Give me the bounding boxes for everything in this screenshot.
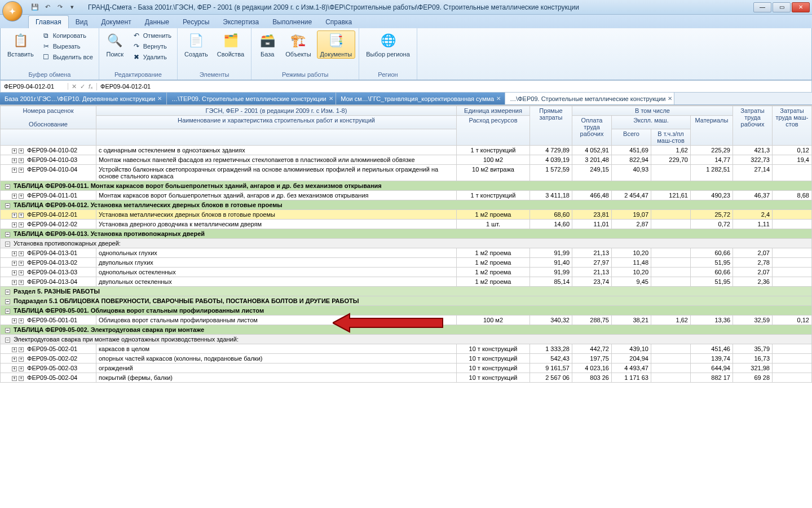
ribbon-tab-1[interactable]: Вид xyxy=(69,16,95,28)
table-row[interactable]: ++ ФЕР09-04-013-01однопольных глухих1 м2… xyxy=(1,248,812,258)
formula-fx-icon[interactable]: fₓ xyxy=(89,83,93,90)
properties-button[interactable]: 🗂️ Свойства xyxy=(214,30,248,59)
doc-tab-2[interactable]: Мои см…\ГГС_транвляция_корректированная … xyxy=(336,93,505,104)
table-row[interactable]: ++ ФЕР09-04-010-04Устройство балконных с… xyxy=(1,165,812,181)
maximize-button[interactable]: ▭ xyxy=(773,2,791,12)
table-row[interactable]: ++ ФЕР09-05-002-01каркасов в целом10 т к… xyxy=(1,344,812,354)
expand-icon[interactable]: + xyxy=(12,213,17,218)
collapse-icon[interactable]: − xyxy=(5,242,10,247)
table-row[interactable]: ++ ФЕР09-04-013-03однопольных остекленны… xyxy=(1,268,812,277)
create-button[interactable]: 📄 Создать xyxy=(181,30,211,59)
search-button[interactable]: 🔍 Поиск xyxy=(103,30,127,59)
delete-button[interactable]: ✖Удалить xyxy=(130,52,174,62)
col-labor-machines[interactable]: Затраты труда маш-стов xyxy=(773,106,812,146)
table-row[interactable]: ++ ФЕР09-04-012-01Установка металлически… xyxy=(1,210,812,220)
expand-icon[interactable]: + xyxy=(12,251,17,256)
close-button[interactable]: ✕ xyxy=(792,2,810,12)
expand-icon[interactable]: + xyxy=(12,318,17,323)
col-total[interactable]: Всего xyxy=(612,129,651,146)
table-row[interactable]: − ТАБЛИЦА ФЕР09-04-013. Установка против… xyxy=(1,229,812,239)
col-materials[interactable]: Материалы xyxy=(691,116,733,146)
table-row[interactable]: − ТАБЛИЦА ФЕР09-04-012. Установка металл… xyxy=(1,200,812,210)
expand-icon[interactable]: + xyxy=(19,168,24,173)
expand-icon[interactable]: + xyxy=(19,148,24,154)
table-row[interactable]: − Раздел 5. РАЗНЫЕ РАБОТЫ xyxy=(1,287,812,296)
col-consumption[interactable]: Расход ресурсов xyxy=(457,116,530,146)
doc-tab-close-1[interactable]: ✕ xyxy=(329,95,333,102)
table-row[interactable]: − ТАБЛИЦА ФЕР09-05-002. Электродуговая с… xyxy=(1,325,812,335)
undo-button[interactable]: ↶Отменить xyxy=(130,30,174,41)
expand-icon[interactable]: + xyxy=(19,357,24,362)
expand-icon[interactable]: + xyxy=(12,357,17,362)
collapse-icon[interactable]: − xyxy=(5,184,10,189)
expand-icon[interactable]: + xyxy=(19,194,24,199)
col-expl[interactable]: Экспл. маш. xyxy=(612,116,691,129)
col-name[interactable]: Наименование и характеристика строительн… xyxy=(96,116,457,129)
ribbon-tab-4[interactable]: Ресурсы xyxy=(176,16,216,28)
col-direct[interactable]: Прямые затраты xyxy=(530,106,572,146)
table-row[interactable]: − ТАБЛИЦА ФЕР09-05-001. Облицовка ворот … xyxy=(1,306,812,316)
expand-icon[interactable]: + xyxy=(19,366,24,371)
doc-tab-1[interactable]: …\ТЕР09. Строительные металлические конс… xyxy=(167,93,336,104)
expand-icon[interactable]: + xyxy=(12,280,17,285)
collapse-icon[interactable]: − xyxy=(5,338,10,343)
expand-icon[interactable]: + xyxy=(12,158,17,163)
table-row[interactable]: ++ ФЕР09-05-002-02опорных частей каркасо… xyxy=(1,354,812,364)
expand-icon[interactable]: + xyxy=(19,270,24,275)
qat-dropdown-icon[interactable]: ▾ xyxy=(68,3,77,12)
collapse-icon[interactable]: − xyxy=(5,232,10,237)
table-row[interactable]: − Электродуговая сварка при монтаже одно… xyxy=(1,335,812,344)
region-button[interactable]: 🌐 Выбор региона xyxy=(363,30,413,59)
expand-icon[interactable]: + xyxy=(19,251,24,256)
documents-mode-button[interactable]: 📑 Документы xyxy=(317,30,356,59)
expand-icon[interactable]: + xyxy=(19,376,24,381)
expand-icon[interactable]: + xyxy=(19,280,24,285)
expand-icon[interactable]: + xyxy=(12,194,17,199)
ribbon-tab-5[interactable]: Экспертиза xyxy=(216,16,266,28)
qat-redo-icon[interactable]: ↷ xyxy=(55,3,64,12)
base-mode-button[interactable]: 🗃️ База xyxy=(255,30,280,59)
select-all-button[interactable]: ☐Выделить все xyxy=(39,52,95,62)
col-nametop[interactable]: ГЭСН, ФЕР - 2001 (в редакции 2009 г. с И… xyxy=(96,106,457,116)
cell-reference[interactable]: ФЕР09-04-012-01 xyxy=(1,83,68,90)
ribbon-tab-0[interactable]: Главная xyxy=(28,15,69,28)
expand-icon[interactable]: + xyxy=(12,270,17,275)
expand-icon[interactable]: + xyxy=(12,261,17,266)
cut-button[interactable]: ✂Вырезать xyxy=(39,41,95,51)
expand-icon[interactable]: + xyxy=(12,366,17,371)
expand-icon[interactable]: + xyxy=(12,148,17,154)
collapse-icon[interactable]: − xyxy=(5,290,10,295)
expand-icon[interactable]: + xyxy=(12,376,17,381)
ribbon-tab-6[interactable]: Выполнение xyxy=(266,16,319,28)
expand-icon[interactable]: + xyxy=(19,158,24,163)
col-incl-wages[interactable]: В т.ч.з/пл маш-стов xyxy=(651,129,691,146)
collapse-icon[interactable]: − xyxy=(5,328,10,333)
table-row[interactable]: − Подраздел 5.1 ОБЛИЦОВКА ПОВЕРХНОСТИ, С… xyxy=(1,296,812,306)
expand-icon[interactable]: + xyxy=(19,318,24,323)
table-row[interactable]: ++ ФЕР09-05-001-01Облицовка ворот стальн… xyxy=(1,316,812,325)
ribbon-tab-7[interactable]: Справка xyxy=(319,16,359,28)
collapse-icon[interactable]: − xyxy=(5,203,10,208)
collapse-icon[interactable]: − xyxy=(5,299,10,304)
col-unit[interactable]: Единица измерения xyxy=(457,106,530,116)
table-row[interactable]: − ТАБЛИЦА ФЕР09-04-011. Монтаж каркасов … xyxy=(1,181,812,191)
expand-icon[interactable]: + xyxy=(19,347,24,352)
expand-icon[interactable]: + xyxy=(19,213,24,218)
expand-icon[interactable]: + xyxy=(12,168,17,173)
minimize-button[interactable]: — xyxy=(753,2,771,12)
table-row[interactable]: ++ ФЕР09-04-010-02с одинарным остекление… xyxy=(1,146,812,155)
table-row[interactable]: ++ ФЕР09-05-002-03ограждений10 т констру… xyxy=(1,364,812,373)
ribbon-tab-3[interactable]: Данные xyxy=(138,16,176,28)
table-row[interactable]: ++ ФЕР09-05-002-04покрытий (фермы, балки… xyxy=(1,373,812,383)
table-row[interactable]: ++ ФЕР09-04-013-02двупольных глухих1 м2 … xyxy=(1,258,812,268)
qat-undo-icon[interactable]: ↶ xyxy=(43,3,52,12)
table-row[interactable]: ++ ФЕР09-04-012-02Установка дверного дов… xyxy=(1,220,812,229)
expand-icon[interactable]: + xyxy=(12,347,17,352)
collapse-icon[interactable]: − xyxy=(5,309,10,314)
formula-cancel-icon[interactable]: ✕ xyxy=(72,83,77,90)
col-code[interactable]: Номера расценокОбоснование xyxy=(1,106,96,129)
paste-button[interactable]: 📋 Вставить xyxy=(4,30,37,59)
objects-mode-button[interactable]: 🏗️ Объекты xyxy=(282,30,314,59)
col-including[interactable]: В том числе xyxy=(572,106,733,116)
doc-tab-close-2[interactable]: ✕ xyxy=(496,95,501,102)
